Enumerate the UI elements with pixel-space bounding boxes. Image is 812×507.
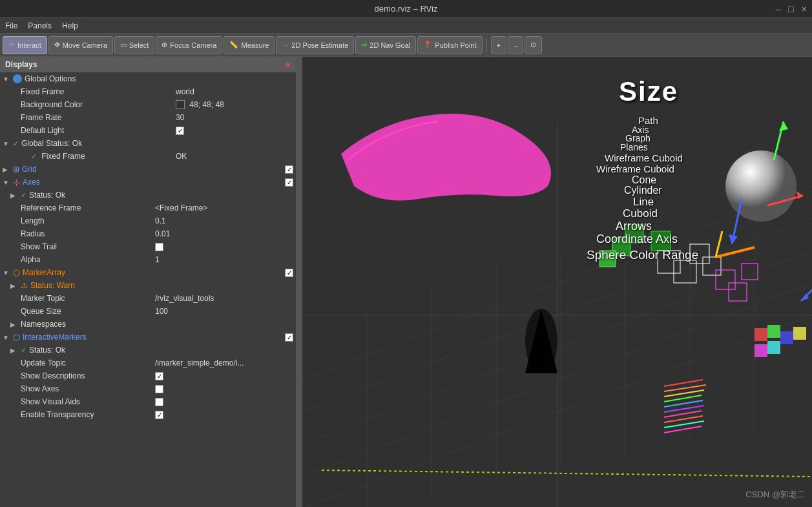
interact-button[interactable]: ☞ Interact — [3, 36, 47, 54]
axes-checkbox[interactable] — [285, 178, 293, 187]
marker-array-cb-box[interactable] — [285, 269, 293, 277]
marker-status-row: ▶ ⚠ Status: Warn — [0, 279, 296, 292]
marker-status-expand[interactable]: ▶ — [10, 282, 21, 289]
zoom-out-button[interactable]: – — [508, 36, 523, 54]
plus-icon: + — [497, 41, 501, 49]
viewport[interactable]: Size Path Axis Graph Planes Wireframe Cu… — [302, 57, 812, 507]
background-color-label: Background Color — [21, 100, 176, 109]
show-axes-cb-box[interactable] — [155, 385, 163, 393]
show-visual-aids-label: Show Visual Aids — [21, 397, 155, 406]
queue-size-label: Queue Size — [21, 307, 155, 316]
marker-array-label: MarkerArray — [23, 268, 285, 277]
maximize-button[interactable]: □ — [788, 4, 793, 14]
select-button[interactable]: ▭ Select — [114, 36, 155, 54]
im-cb-box[interactable] — [285, 333, 293, 342]
axes-cb-box[interactable] — [285, 178, 293, 187]
axes-expand[interactable]: ▼ — [3, 179, 13, 186]
global-options-label: Global Options — [25, 74, 293, 83]
show-axes-row: Show Axes — [0, 382, 296, 395]
namespaces-expand[interactable]: ▶ — [10, 321, 21, 328]
im-checkbox[interactable] — [285, 333, 293, 342]
publish-point-button[interactable]: 📍 Publish Point — [417, 36, 482, 54]
main-layout: Displays × ▼ Global Options Fixed Frame … — [0, 57, 812, 507]
update-topic-value[interactable]: /imarker_simple_demo/i... — [155, 358, 244, 367]
enable-trans-cb-box[interactable] — [155, 411, 163, 419]
move-camera-button[interactable]: ✥ Move Camera — [48, 36, 113, 54]
axes-alpha-row: Alpha 1 — [0, 253, 296, 266]
show-visual-aids-checkbox[interactable] — [155, 398, 163, 406]
fixed-frame-value[interactable]: world — [176, 87, 194, 96]
enable-transparency-checkbox[interactable] — [155, 411, 163, 419]
nav-goal-button[interactable]: ⇒ 2D Nav Goal — [355, 36, 416, 54]
resize-handle[interactable]: ⋮ — [297, 57, 302, 507]
menu-panels[interactable]: Panels — [28, 21, 52, 30]
publish-icon: 📍 — [423, 41, 432, 49]
im-status-expand[interactable]: ▶ — [10, 347, 21, 354]
global-status-expand[interactable]: ▼ — [3, 140, 13, 147]
marker-array-checkbox[interactable] — [285, 269, 293, 277]
minimize-button[interactable]: – — [776, 4, 781, 14]
im-expand[interactable]: ▼ — [3, 334, 13, 341]
zoom-in-button[interactable]: + — [491, 36, 506, 54]
displays-close-button[interactable]: × — [286, 59, 291, 70]
marker-array-expand[interactable]: ▼ — [3, 269, 13, 276]
zoom-reset-button[interactable]: ⊙ — [525, 36, 542, 54]
axes-radius-row: Radius 0.01 — [0, 227, 296, 240]
svg-rect-28 — [780, 331, 793, 344]
show-descriptions-checkbox[interactable] — [155, 372, 163, 380]
axes-status-expand[interactable]: ▶ — [10, 192, 21, 199]
length-value[interactable]: 0.1 — [155, 216, 166, 225]
default-light-cb-box[interactable] — [176, 127, 184, 135]
show-trail-cb-box[interactable] — [155, 243, 163, 251]
show-trail-checkbox[interactable] — [155, 243, 163, 251]
frame-rate-value[interactable]: 30 — [176, 113, 184, 122]
axes-status-check-icon: ✓ — [21, 191, 26, 200]
pose-estimate-button[interactable]: → 2D Pose Estimate — [276, 36, 354, 54]
close-button[interactable]: × — [802, 4, 807, 14]
vp-label-planes: Planes — [620, 142, 648, 152]
toolbar: ☞ Interact ✥ Move Camera ▭ Select ⊕ Focu… — [0, 34, 812, 57]
radius-label: Radius — [21, 229, 155, 238]
grid-row: ▶ ⊞ Grid — [0, 163, 296, 176]
marker-topic-label: Marker Topic — [21, 294, 155, 303]
update-topic-label: Update Topic — [21, 358, 155, 367]
marker-topic-value[interactable]: /rviz_visual_tools — [155, 294, 214, 303]
alpha-value[interactable]: 1 — [155, 255, 160, 264]
global-status-ff-label: ✓ Fixed Frame — [31, 152, 176, 161]
displays-content[interactable]: ▼ Global Options Fixed Frame world Backg… — [0, 72, 296, 507]
focus-camera-button[interactable]: ⊕ Focus Camera — [156, 36, 222, 54]
enable-transparency-label: Enable Transparency — [21, 410, 155, 419]
interactive-markers-row: ▼ ⬡ InteractiveMarkers — [0, 331, 296, 344]
axes-length-row: Length 0.1 — [0, 214, 296, 227]
background-color-value[interactable]: 48; 48; 48 — [176, 100, 224, 110]
menu-file[interactable]: File — [5, 21, 17, 30]
marker-status-label: Status: Warn — [30, 281, 293, 290]
im-status-check-icon: ✓ — [21, 346, 26, 355]
queue-size-value[interactable]: 100 — [155, 307, 168, 316]
grid-label: Grid — [22, 165, 285, 174]
reference-frame-value[interactable]: <Fixed Frame> — [155, 203, 207, 212]
vp-label-cylinder: Cylinder — [624, 185, 662, 196]
vp-label-coord-axis: Coordinate Axis — [596, 233, 678, 246]
grid-expand[interactable]: ▶ — [3, 166, 13, 173]
im-label: InteractiveMarkers — [23, 333, 285, 342]
focus-icon: ⊕ — [161, 41, 167, 49]
frame-rate-label: Frame Rate — [21, 113, 176, 122]
global-status-ff-value: OK — [176, 152, 187, 161]
menu-help[interactable]: Help — [62, 21, 78, 30]
show-axes-checkbox[interactable] — [155, 385, 163, 393]
default-light-row: Default Light — [0, 124, 296, 137]
grid-icon: ⊞ — [13, 165, 19, 174]
length-label: Length — [21, 216, 155, 225]
im-icon: ⬡ — [13, 333, 20, 342]
grid-cb-box[interactable] — [285, 165, 293, 174]
default-light-checkbox[interactable] — [176, 127, 184, 135]
grid-checkbox[interactable] — [285, 165, 293, 174]
radius-value[interactable]: 0.01 — [155, 229, 170, 238]
show-desc-cb-box[interactable] — [155, 372, 163, 380]
left-panel: Displays × ▼ Global Options Fixed Frame … — [0, 57, 297, 507]
displays-header: Displays × — [0, 57, 296, 72]
show-va-cb-box[interactable] — [155, 398, 163, 406]
global-options-expand[interactable]: ▼ — [3, 76, 13, 83]
measure-button[interactable]: 📏 Measure — [224, 36, 275, 54]
